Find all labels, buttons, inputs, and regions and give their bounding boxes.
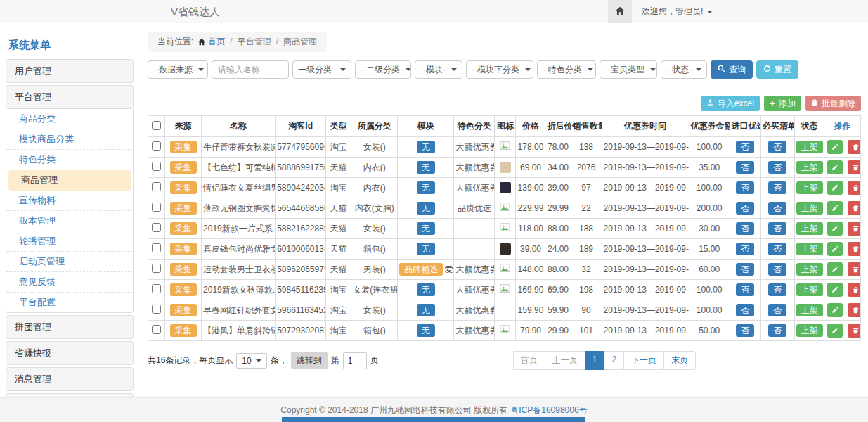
status-badge[interactable]: 上架 xyxy=(796,181,823,194)
page-size-select[interactable]: 10 xyxy=(236,353,266,369)
row-checkbox[interactable] xyxy=(152,182,161,191)
edit-button[interactable] xyxy=(827,324,843,338)
sidebar-item[interactable]: 版本管理 xyxy=(6,211,133,231)
sidebar-group-platform[interactable]: 平台管理 xyxy=(6,85,134,109)
edit-button[interactable] xyxy=(827,140,843,154)
delete-button[interactable] xyxy=(848,181,860,195)
edit-button[interactable] xyxy=(827,160,843,174)
sidebar-group[interactable]: 省赚快报 xyxy=(6,341,134,365)
sidebar-item[interactable]: 特色分类 xyxy=(6,150,133,170)
sidebar-group[interactable]: 消息管理 xyxy=(6,367,134,391)
edit-button[interactable] xyxy=(827,262,843,276)
delete-button[interactable] xyxy=(848,324,860,338)
edit-button[interactable] xyxy=(827,201,843,215)
status-badge[interactable]: 上架 xyxy=(796,141,823,153)
delete-button[interactable] xyxy=(848,140,860,154)
sidebar-item[interactable]: 模块商品分类 xyxy=(6,129,133,150)
status-badge[interactable]: 上架 xyxy=(796,263,823,276)
sidebar-group[interactable]: 拼团管理 xyxy=(6,315,134,339)
status-badge[interactable]: 上架 xyxy=(796,304,823,316)
must-buy-toggle[interactable]: 否 xyxy=(768,141,786,153)
must-buy-toggle[interactable]: 否 xyxy=(768,283,786,296)
import-select-toggle[interactable]: 否 xyxy=(736,181,754,194)
status-badge[interactable]: 上架 xyxy=(796,161,823,174)
filter-select[interactable]: --数据来源-- xyxy=(148,60,208,79)
batch-delete-button[interactable]: 批量删除 xyxy=(805,96,861,111)
delete-button[interactable] xyxy=(848,201,860,215)
sidebar-item[interactable]: 宣传物料 xyxy=(6,191,133,211)
add-button[interactable]: + 添加 xyxy=(764,96,801,111)
page-button[interactable]: 2 xyxy=(604,351,624,370)
delete-button[interactable] xyxy=(848,242,860,256)
edit-button[interactable] xyxy=(827,283,843,297)
filter-select[interactable]: --状态-- xyxy=(661,60,707,79)
edit-button[interactable] xyxy=(827,181,843,195)
must-buy-toggle[interactable]: 否 xyxy=(768,304,786,316)
name-filter-input[interactable] xyxy=(212,60,289,79)
row-checkbox[interactable] xyxy=(152,223,161,232)
page-button[interactable]: 1 xyxy=(585,351,605,370)
must-buy-toggle[interactable]: 否 xyxy=(768,181,786,194)
delete-button[interactable] xyxy=(848,262,860,276)
page-button[interactable]: 首页 xyxy=(513,351,545,370)
sidebar-item[interactable]: 意见反馈 xyxy=(6,272,133,293)
query-button[interactable]: 查询 xyxy=(711,60,753,79)
filter-select[interactable]: --特色分类-- xyxy=(537,60,596,79)
must-buy-toggle[interactable]: 否 xyxy=(768,222,786,235)
import-excel-button[interactable]: 导入excel xyxy=(701,96,760,111)
must-buy-toggle[interactable]: 否 xyxy=(768,324,786,337)
status-badge[interactable]: 上架 xyxy=(796,202,823,215)
must-buy-toggle[interactable]: 否 xyxy=(768,243,786,255)
user-menu[interactable]: 欢迎您，管理员! xyxy=(632,0,723,23)
import-select-toggle[interactable]: 否 xyxy=(736,202,754,215)
filter-select[interactable]: --模块-- xyxy=(415,60,462,79)
home-button[interactable] xyxy=(608,0,632,23)
edit-button[interactable] xyxy=(827,303,843,317)
status-badge[interactable]: 上架 xyxy=(796,324,823,337)
page-button[interactable]: 末页 xyxy=(663,351,696,370)
row-checkbox[interactable] xyxy=(152,141,161,151)
import-select-toggle[interactable]: 否 xyxy=(736,263,754,276)
filter-select[interactable]: --宝贝类型-- xyxy=(600,60,657,79)
page-button[interactable]: 下一页 xyxy=(623,351,664,370)
row-checkbox[interactable] xyxy=(152,264,161,273)
import-select-toggle[interactable]: 否 xyxy=(736,161,754,174)
edit-button[interactable] xyxy=(827,222,843,236)
icp-link[interactable]: 粤ICP备16098006号 xyxy=(510,404,587,416)
filter-select[interactable]: 一级分类 xyxy=(292,60,351,79)
row-checkbox[interactable] xyxy=(152,243,161,252)
import-select-toggle[interactable]: 否 xyxy=(736,243,754,255)
sidebar-group-user[interactable]: 用户管理 xyxy=(6,59,134,83)
filter-select[interactable]: --模块下分类-- xyxy=(466,60,533,79)
jump-button[interactable]: 跳转到 xyxy=(291,352,328,369)
page-button[interactable]: 上一页 xyxy=(545,351,585,370)
row-checkbox[interactable] xyxy=(152,162,161,171)
status-badge[interactable]: 上架 xyxy=(796,283,823,296)
delete-button[interactable] xyxy=(848,160,860,174)
select-all-checkbox[interactable] xyxy=(152,121,161,130)
row-checkbox[interactable] xyxy=(152,305,161,314)
edit-button[interactable] xyxy=(827,242,843,256)
reset-button[interactable]: 重置 xyxy=(756,60,798,79)
sidebar-item[interactable]: 启动页管理 xyxy=(6,252,133,272)
status-badge[interactable]: 上架 xyxy=(796,222,823,235)
must-buy-toggle[interactable]: 否 xyxy=(768,263,786,276)
filter-select[interactable]: --二级分类-- xyxy=(355,60,411,79)
jump-page-input[interactable] xyxy=(343,352,367,369)
sidebar-item[interactable]: 商品分类 xyxy=(6,109,133,129)
import-select-toggle[interactable]: 否 xyxy=(736,324,754,337)
must-buy-toggle[interactable]: 否 xyxy=(768,161,786,174)
import-select-toggle[interactable]: 否 xyxy=(736,141,754,153)
import-select-toggle[interactable]: 否 xyxy=(736,283,754,296)
row-checkbox[interactable] xyxy=(152,203,161,212)
must-buy-toggle[interactable]: 否 xyxy=(768,202,786,215)
row-checkbox[interactable] xyxy=(152,284,161,293)
sidebar-item[interactable]: 平台配置 xyxy=(6,293,133,312)
delete-button[interactable] xyxy=(848,303,860,317)
breadcrumb-home-link[interactable]: 首页 xyxy=(208,37,225,46)
delete-button[interactable] xyxy=(848,222,860,236)
sidebar-item[interactable]: 商品管理 xyxy=(8,170,131,191)
row-checkbox[interactable] xyxy=(152,325,161,334)
status-badge[interactable]: 上架 xyxy=(796,243,823,255)
import-select-toggle[interactable]: 否 xyxy=(736,304,754,316)
